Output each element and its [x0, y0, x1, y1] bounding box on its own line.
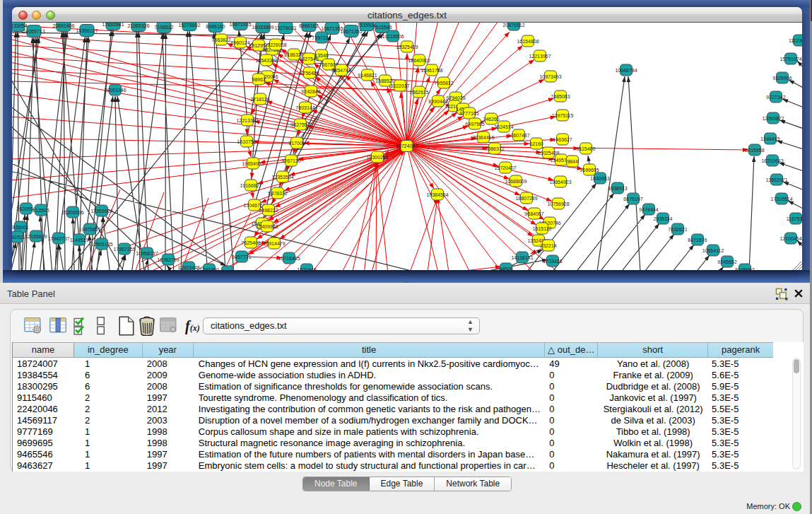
svg-text:958105: 958105 [219, 269, 235, 271]
svg-text:8960124: 8960124 [230, 40, 249, 45]
svg-text:12325419: 12325419 [396, 45, 418, 49]
svg-text:20876512: 20876512 [502, 23, 524, 28]
svg-text:2718126: 2718126 [250, 97, 269, 102]
svg-text:991511: 991511 [12, 235, 25, 240]
svg-text:5498222: 5498222 [259, 208, 278, 213]
svg-text:16961758: 16961758 [420, 68, 442, 73]
svg-text:7485063: 7485063 [551, 94, 570, 99]
svg-text:1362615: 1362615 [409, 90, 428, 95]
svg-text:3267130: 3267130 [281, 158, 300, 163]
svg-text:8133054: 8133054 [12, 23, 28, 28]
svg-text:1640953: 1640953 [590, 176, 609, 181]
svg-text:62160: 62160 [529, 141, 543, 146]
svg-text:7803144: 7803144 [295, 105, 314, 110]
svg-text:10607487: 10607487 [507, 133, 529, 138]
svg-text:1463627: 1463627 [553, 137, 572, 142]
svg-text:18300295: 18300295 [366, 155, 388, 160]
svg-text:10688609: 10688609 [505, 179, 526, 184]
svg-text:16671355: 16671355 [340, 29, 362, 34]
svg-text:10671935: 10671935 [229, 23, 251, 27]
svg-text:8215958: 8215958 [745, 148, 764, 153]
svg-text:20691406: 20691406 [52, 23, 74, 28]
svg-text:1167534: 1167534 [787, 216, 802, 221]
svg-text:19975857: 19975857 [78, 227, 100, 232]
svg-text:24055713: 24055713 [23, 29, 45, 34]
svg-text:7632621: 7632621 [668, 227, 687, 232]
svg-text:9684067: 9684067 [524, 211, 543, 216]
svg-text:9827552: 9827552 [290, 122, 310, 127]
svg-text:9457771: 9457771 [232, 255, 251, 259]
svg-text:10025438: 10025438 [537, 151, 559, 156]
svg-text:10648784: 10648784 [615, 68, 637, 73]
svg-text:9146821: 9146821 [358, 73, 377, 78]
svg-text:16914479: 16914479 [263, 241, 285, 246]
svg-text:15409948: 15409948 [256, 224, 278, 229]
svg-text:1143519: 1143519 [70, 238, 89, 243]
svg-text:17359924: 17359924 [90, 209, 112, 214]
svg-text:19654933: 19654933 [242, 161, 264, 166]
svg-text:16210643: 16210643 [761, 158, 783, 163]
svg-text:10973493: 10973493 [539, 74, 561, 79]
svg-text:10958157: 10958157 [136, 251, 158, 256]
svg-text:13692971: 13692971 [765, 177, 787, 182]
svg-text:21085326: 21085326 [127, 23, 149, 28]
svg-text:917006: 917006 [288, 141, 305, 146]
svg-text:8454749: 8454749 [331, 68, 351, 73]
svg-text:29053346: 29053346 [104, 88, 126, 93]
svg-text:20206536: 20206536 [61, 210, 83, 215]
svg-text:7357224: 7357224 [312, 35, 331, 40]
svg-text:7625402: 7625402 [241, 240, 260, 245]
svg-text:10654112: 10654112 [702, 248, 724, 253]
svg-text:12156829: 12156829 [25, 234, 47, 239]
svg-text:18724007: 18724007 [396, 144, 418, 148]
svg-text:7386372: 7386372 [485, 146, 504, 151]
svg-text:18807289: 18807289 [515, 196, 537, 201]
svg-text:12213382: 12213382 [236, 118, 258, 123]
svg-text:3624514: 3624514 [494, 124, 513, 129]
svg-text:10756928: 10756928 [547, 201, 569, 206]
svg-text:13226058: 13226058 [264, 42, 286, 47]
svg-text:2935114: 2935114 [654, 216, 673, 221]
svg-text:9777165: 9777165 [459, 111, 478, 116]
svg-text:19166827: 19166827 [240, 183, 261, 188]
svg-text:11123054: 11123054 [789, 38, 802, 43]
svg-text:12923448: 12923448 [177, 265, 199, 270]
svg-text:12213967: 12213967 [529, 54, 551, 59]
svg-text:12505135: 12505135 [90, 242, 112, 247]
svg-text:7515546: 7515546 [372, 25, 392, 30]
svg-text:19218506: 19218506 [382, 34, 404, 39]
svg-text:18640910: 18640910 [408, 58, 430, 63]
svg-text:1610753: 1610753 [237, 139, 256, 144]
svg-text:9699695: 9699695 [579, 168, 599, 173]
svg-text:7663822: 7663822 [211, 37, 230, 42]
svg-text:15278602: 15278602 [178, 23, 200, 28]
svg-text:1588520: 1588520 [375, 78, 394, 83]
svg-text:15716485: 15716485 [278, 256, 300, 261]
svg-text:1292350: 1292350 [199, 267, 218, 271]
svg-text:9115460: 9115460 [577, 146, 596, 151]
svg-text:5878332: 5878332 [268, 191, 287, 196]
svg-text:7108532: 7108532 [154, 25, 173, 30]
svg-text:835001: 835001 [12, 225, 28, 230]
svg-text:8938913: 8938913 [608, 186, 627, 191]
svg-text:15751074: 15751074 [779, 57, 801, 62]
svg-text:12093872: 12093872 [762, 116, 784, 121]
svg-text:9794028: 9794028 [446, 95, 465, 100]
svg-text:98963: 98963 [252, 77, 266, 82]
svg-text:6497565: 6497565 [465, 122, 484, 127]
svg-text:9242848: 9242848 [301, 89, 320, 94]
svg-text:16782759: 16782759 [157, 257, 179, 262]
svg-text:17957255: 17957255 [113, 247, 135, 252]
svg-text:1615112: 1615112 [533, 226, 552, 231]
svg-text:16543382: 16543382 [255, 58, 277, 63]
svg-text:19654923: 19654923 [549, 180, 571, 185]
svg-text:8966162: 8966162 [299, 23, 318, 28]
svg-text:9227342: 9227342 [766, 95, 785, 100]
svg-text:14356127: 14356127 [76, 28, 98, 33]
svg-text:8756485: 8756485 [300, 71, 319, 76]
svg-text:8322037: 8322037 [390, 83, 409, 88]
svg-text:613505: 613505 [33, 208, 49, 213]
svg-text:17316514: 17316514 [770, 197, 792, 201]
svg-text:9329906: 9329906 [772, 76, 792, 81]
svg-text:19384554: 19384554 [426, 192, 448, 197]
